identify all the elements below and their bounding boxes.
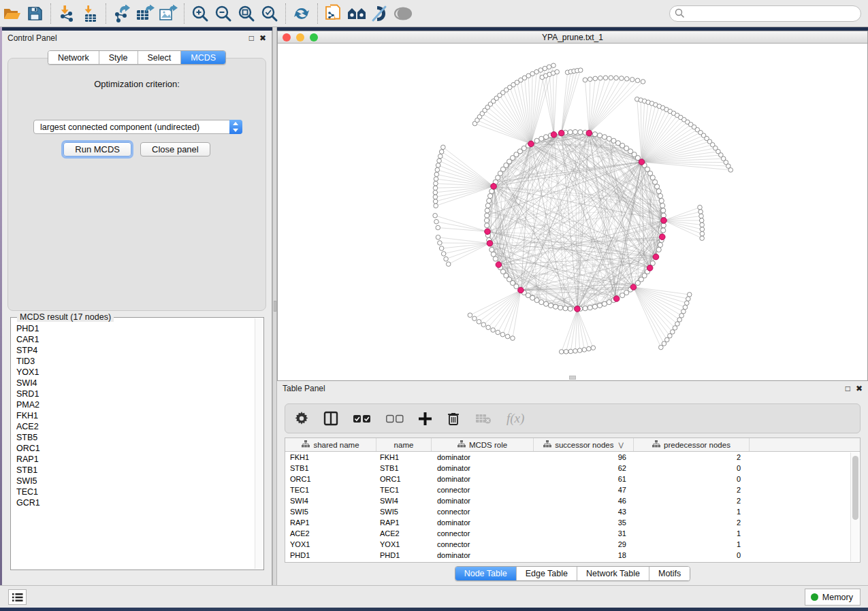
first-neighbors-icon[interactable] <box>345 3 368 24</box>
table-scrollbar[interactable] <box>850 452 859 561</box>
open-file-icon[interactable] <box>0 3 23 24</box>
tab-node-table[interactable]: Node Table <box>455 567 517 580</box>
column-type-icon <box>302 440 310 449</box>
table-row[interactable]: SWI5SWI5connector431 <box>285 506 860 517</box>
mcds-result-item[interactable]: SWI4 <box>16 378 254 389</box>
splitter-grip[interactable] <box>274 301 276 312</box>
table-toolbar: f(x) <box>285 403 861 433</box>
table-cell: 96 <box>534 453 634 461</box>
table-row[interactable]: TEC1TEC1connector472 <box>285 484 860 495</box>
mcds-result-item[interactable]: PHD1 <box>16 323 254 334</box>
tab-motifs[interactable]: Motifs <box>649 567 690 580</box>
column-header[interactable]: shared name <box>285 438 376 451</box>
run-mcds-button[interactable]: Run MCDS <box>63 142 131 156</box>
deselect-all-columns-icon[interactable] <box>386 414 404 423</box>
memory-button[interactable]: Memory <box>805 589 861 606</box>
table-row[interactable]: ACE2ACE2connector311 <box>285 528 860 539</box>
column-chooser-icon[interactable] <box>323 411 338 426</box>
new-network-from-selection-icon[interactable] <box>322 3 345 24</box>
mcds-result-item[interactable]: TID3 <box>16 356 254 367</box>
table-cell: RAP1 <box>376 518 432 527</box>
table-cell: 0 <box>634 475 750 483</box>
table-row[interactable]: RAP1RAP1dominator352 <box>285 517 860 528</box>
network-canvas[interactable] <box>278 44 867 380</box>
table-panel-title: Table Panel <box>283 384 840 393</box>
column-header[interactable]: MCDS role <box>432 438 534 451</box>
show-hide-eye-icon[interactable] <box>391 3 415 24</box>
mcds-result-item[interactable]: SWI5 <box>16 476 254 486</box>
tab-network-table[interactable]: Network Table <box>577 567 649 580</box>
mcds-result-item[interactable]: FKH1 <box>16 410 254 421</box>
mcds-result-item[interactable]: GCR1 <box>16 497 254 508</box>
column-header[interactable]: name <box>376 438 432 451</box>
table-row[interactable]: YOX1YOX1connector291 <box>285 539 860 550</box>
export-network-icon[interactable] <box>110 3 133 24</box>
table-row[interactable]: PHD1PHD1dominator180 <box>285 550 860 561</box>
close-panel-icon[interactable]: ✖ <box>259 34 266 42</box>
zoom-fit-icon[interactable] <box>235 3 258 24</box>
apply-layout-icon[interactable] <box>290 3 313 24</box>
table-cell: dominator <box>432 497 534 505</box>
mcds-list-scrollbar[interactable] <box>255 318 263 569</box>
delete-table-icon[interactable] <box>475 413 492 424</box>
table-cell: ORC1 <box>285 475 376 483</box>
mcds-result-item[interactable]: YOX1 <box>16 367 254 378</box>
zoom-in-icon[interactable] <box>189 3 212 24</box>
tab-network[interactable]: Network <box>48 51 99 64</box>
save-session-icon[interactable] <box>23 3 46 24</box>
delete-column-icon[interactable] <box>447 411 460 426</box>
import-table-icon[interactable] <box>78 3 101 24</box>
table-cell: SWI5 <box>376 508 432 516</box>
import-network-icon[interactable] <box>55 3 78 24</box>
table-cell: YOX1 <box>285 540 376 548</box>
function-builder-icon[interactable]: f(x) <box>507 411 524 426</box>
panel-splitter[interactable] <box>272 27 277 585</box>
search-input[interactable] <box>688 7 851 20</box>
float-panel-icon[interactable]: □ <box>249 34 254 42</box>
table-row[interactable]: STB1STB1dominator620 <box>285 463 860 474</box>
canvas-splitter-grip[interactable] <box>569 376 576 380</box>
select-all-columns-icon[interactable] <box>353 414 371 423</box>
graphics-details-icon[interactable] <box>368 3 391 24</box>
mcds-result-item[interactable]: PMA2 <box>16 399 254 410</box>
column-header[interactable]: predecessor nodes <box>634 438 750 451</box>
table-cell: dominator <box>432 551 534 559</box>
mcds-result-item[interactable]: CAR1 <box>16 334 254 345</box>
column-header-filler <box>750 438 860 451</box>
zoom-selected-icon[interactable] <box>258 3 281 24</box>
table-row[interactable]: FKH1FKH1dominator962 <box>285 452 860 463</box>
network-window-titlebar[interactable]: YPA_prune.txt_1 <box>278 31 867 44</box>
mcds-result-item[interactable]: ACE2 <box>16 421 254 432</box>
optimization-criterion-select[interactable]: largest connected component (undirected) <box>33 120 242 134</box>
tab-style[interactable]: Style <box>99 51 138 64</box>
table-row[interactable]: SWI4SWI4dominator462 <box>285 495 860 506</box>
export-image-icon[interactable] <box>157 3 180 24</box>
mcds-result-item[interactable]: STB5 <box>16 432 254 443</box>
table-cell: ORC1 <box>376 475 432 483</box>
tab-mcds[interactable]: MCDS <box>181 51 225 64</box>
table-cell: TEC1 <box>376 486 432 494</box>
table-scrollbar-thumb[interactable] <box>852 456 858 520</box>
table-row[interactable]: ORC1ORC1dominator610 <box>285 474 860 484</box>
search-box[interactable] <box>669 5 861 22</box>
mcds-result-item[interactable]: TEC1 <box>16 486 254 497</box>
control-panel-titlebar: Control Panel □ ✖ <box>2 31 272 46</box>
float-table-panel-icon[interactable]: □ <box>846 384 850 393</box>
table-settings-gear-icon[interactable] <box>295 412 308 425</box>
mcds-result-item[interactable]: RAP1 <box>16 454 254 465</box>
column-header[interactable]: successor nodes⋁ <box>534 438 634 451</box>
mcds-result-list[interactable]: PHD1CAR1STP4TID3YOX1SWI4SRD1PMA2FKH1ACE2… <box>16 323 254 568</box>
task-history-button[interactable] <box>8 589 27 605</box>
tab-select[interactable]: Select <box>138 51 182 64</box>
mcds-panel: Optimization criterion: largest connecte… <box>7 58 266 311</box>
zoom-out-icon[interactable] <box>212 3 235 24</box>
mcds-result-item[interactable]: SRD1 <box>16 389 254 399</box>
create-column-icon[interactable] <box>419 412 432 425</box>
tab-edge-table[interactable]: Edge Table <box>517 567 577 580</box>
close-panel-button[interactable]: Close panel <box>140 142 210 156</box>
mcds-result-item[interactable]: ORC1 <box>16 443 254 454</box>
close-table-panel-icon[interactable]: ✖ <box>856 384 863 393</box>
export-table-icon[interactable] <box>133 3 157 24</box>
mcds-result-item[interactable]: STB1 <box>16 465 254 476</box>
mcds-result-item[interactable]: STP4 <box>16 345 254 356</box>
